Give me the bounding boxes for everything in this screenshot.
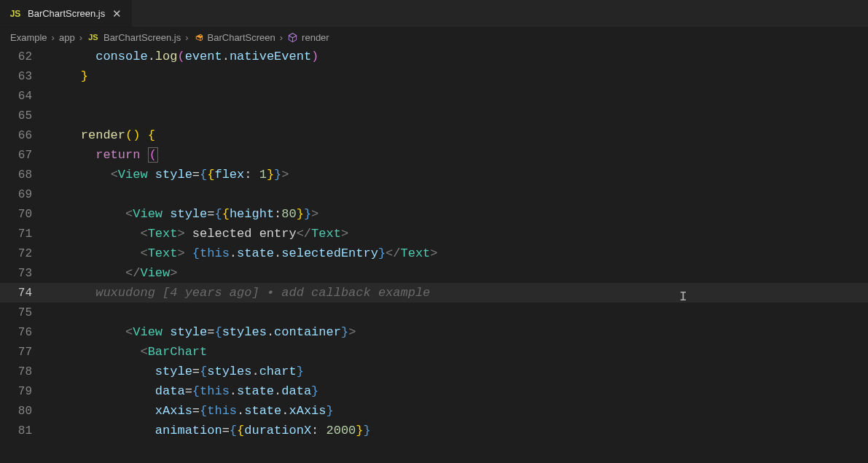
line-number: 64 (0, 90, 51, 103)
code-line[interactable]: 72 <Text> {this.state.selectedEntry}</Te… (0, 244, 868, 263)
code-line[interactable]: 77 <BarChart (0, 342, 868, 362)
line-number: 70 (0, 208, 51, 221)
breadcrumb-item[interactable]: BarChartScreen (193, 32, 275, 43)
line-number: 73 (0, 267, 51, 280)
line-number: 72 (0, 247, 51, 260)
code-line[interactable]: 67 return ( (0, 145, 868, 165)
breadcrumb-item[interactable]: JS BarChartScreen.js (87, 32, 181, 43)
line-number: 79 (0, 385, 51, 398)
method-icon (287, 32, 298, 43)
line-number: 71 (0, 227, 51, 241)
line-number: 78 (0, 365, 51, 378)
line-number: 67 (0, 149, 51, 162)
editor-view[interactable]: 62 console.log(event.nativeEvent) 63 } 6… (0, 47, 868, 440)
code-line[interactable]: 63 } (0, 66, 868, 86)
code-line[interactable]: 70 <View style={{height:80}}> (0, 204, 868, 224)
line-number: 66 (0, 129, 51, 142)
line-number: 76 (0, 326, 51, 339)
code-line[interactable]: 71 <Text> selected entry</Text> (0, 224, 868, 244)
code-line[interactable]: 81 animation={{durationX: 2000}} (0, 421, 868, 440)
code-line[interactable]: 73 </View> (0, 263, 868, 283)
js-file-icon: JS (9, 9, 22, 19)
code-line[interactable]: 69 (0, 184, 868, 204)
tab-filename: BarChartScreen.js (28, 8, 105, 19)
line-number: 63 (0, 70, 51, 83)
breadcrumb-label: BarChartScreen (208, 32, 275, 43)
line-number: 65 (0, 109, 51, 122)
git-blame-annotation: wuxudong [4 years ago] • add callback ex… (95, 286, 430, 300)
tab-active[interactable]: JS BarChartScreen.js ✕ (0, 0, 133, 27)
breadcrumb-label: BarChartScreen.js (103, 32, 181, 43)
chevron-right-icon: › (280, 32, 283, 43)
chevron-right-icon: › (79, 32, 82, 43)
chevron-right-icon: › (185, 32, 188, 43)
js-file-icon: JS (87, 33, 100, 42)
breadcrumb-item[interactable]: Example (10, 32, 47, 43)
line-number: 81 (0, 424, 51, 437)
line-number: 68 (0, 168, 51, 182)
line-number: 80 (0, 405, 51, 418)
class-icon (193, 32, 204, 43)
line-number: 69 (0, 188, 51, 201)
chevron-right-icon: › (52, 32, 55, 43)
code-line-active[interactable]: 74 wuxudong [4 years ago] • add callback… (0, 283, 868, 303)
code-line[interactable]: 64 (0, 86, 868, 106)
breadcrumb-label: render (302, 32, 329, 43)
line-number: 74 (0, 287, 51, 300)
code-line[interactable]: 80 xAxis={this.state.xAxis} (0, 401, 868, 421)
code-line[interactable]: 78 style={styles.chart} (0, 362, 868, 381)
line-number: 62 (0, 50, 51, 63)
code-line[interactable]: 75 (0, 303, 868, 322)
tab-bar: JS BarChartScreen.js ✕ (0, 0, 868, 28)
code-line[interactable]: 68 <View style={{flex: 1}}> (0, 165, 868, 184)
line-number: 77 (0, 346, 51, 359)
code-line[interactable]: 66 render() { (0, 125, 868, 145)
close-icon[interactable]: ✕ (111, 6, 123, 22)
breadcrumb: Example › app › JS BarChartScreen.js › B… (0, 28, 868, 47)
code-line[interactable]: 62 console.log(event.nativeEvent) (0, 47, 868, 66)
code-line[interactable]: 65 (0, 106, 868, 125)
code-line[interactable]: 79 data={this.state.data} (0, 381, 868, 401)
line-number: 75 (0, 306, 51, 319)
code-line[interactable]: 76 <View style={styles.container}> (0, 322, 868, 342)
breadcrumb-item[interactable]: render (287, 32, 329, 43)
breadcrumb-item[interactable]: app (59, 32, 75, 43)
